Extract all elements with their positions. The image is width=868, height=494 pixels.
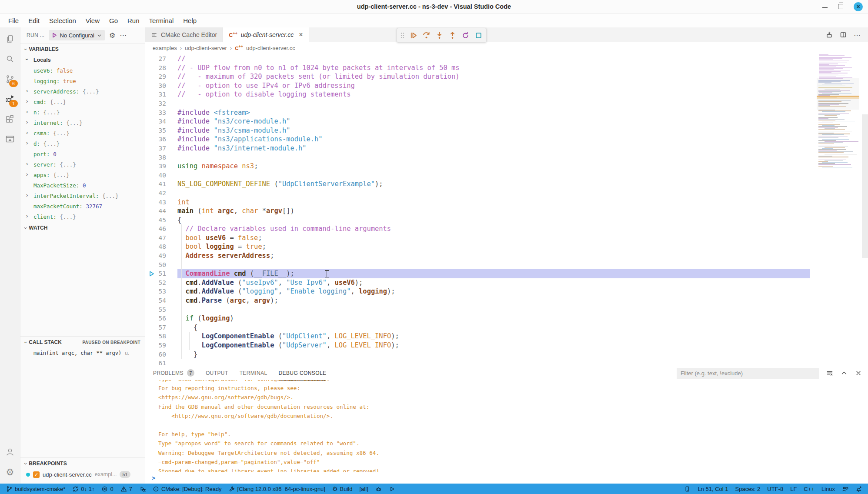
line-number[interactable]: 39	[145, 162, 166, 171]
line-number[interactable]: 59	[145, 341, 166, 350]
line-number[interactable]: 42	[145, 189, 166, 198]
close-button[interactable]: ×	[854, 2, 863, 11]
code-line[interactable]: 44main (int argc, char *argv[])	[145, 207, 868, 216]
line-number[interactable]: 48	[145, 242, 166, 251]
menu-terminal[interactable]: Terminal	[144, 13, 179, 27]
variable-useV6[interactable]: useV6: false	[20, 65, 145, 76]
code-line[interactable]: 29// - maximum of 320 packets sent (or l…	[145, 72, 868, 81]
line-number[interactable]: 46	[145, 224, 166, 234]
line-number[interactable]: 43	[145, 198, 166, 207]
drag-handle[interactable]	[401, 32, 404, 39]
line-number[interactable]: 44	[145, 207, 166, 216]
line-number[interactable]: 52	[145, 278, 166, 287]
activity-item-run-and-debug[interactable]: 1	[0, 89, 20, 109]
activity-item-extensions[interactable]	[0, 109, 20, 129]
line-number[interactable]: 33	[145, 108, 166, 117]
more-actions-icon[interactable]: ⋯	[120, 31, 127, 40]
line-number[interactable]: 38	[145, 153, 166, 162]
code-line[interactable]: 50	[145, 260, 868, 270]
activity-item-remote-explorer[interactable]	[0, 129, 20, 149]
tab-problems[interactable]: PROBLEMS 7	[153, 366, 194, 381]
line-number[interactable]: 34	[145, 117, 166, 126]
menu-run[interactable]: Run	[123, 13, 144, 27]
restart-button[interactable]	[461, 31, 470, 40]
variable-csma[interactable]: ›csma: {...}	[20, 128, 145, 138]
status-warnings[interactable]: 7	[117, 484, 136, 494]
code-line[interactable]: 32	[145, 99, 868, 108]
code-editor[interactable]: 27//28// - UDP flow from n0 to n1 of 102…	[145, 53, 868, 366]
line-number[interactable]: 29	[145, 72, 166, 81]
code-line[interactable]: 30// - option to use IPv4 or IPv6 addres…	[145, 81, 868, 90]
line-number[interactable]: 61	[145, 359, 166, 366]
watch-section-header[interactable]: › WATCH	[20, 222, 145, 234]
code-line[interactable]: 28// - UDP flow from n0 to n1 of 1024 by…	[145, 63, 868, 73]
code-line[interactable]: 57 {	[145, 323, 868, 332]
menu-help[interactable]: Help	[178, 13, 201, 27]
line-number[interactable]: 32	[145, 99, 166, 108]
activity-item-source-control[interactable]: 6	[0, 69, 20, 89]
run-or-debug-ic[interactable]	[826, 31, 833, 38]
line-number[interactable]: 54	[145, 296, 166, 305]
scrollbar-thumb[interactable]	[862, 114, 868, 258]
line-number[interactable]: 49	[145, 251, 166, 260]
code-line[interactable]: 58 LogComponentEnable ("UdpClient", LOG_…	[145, 332, 868, 341]
variable-port[interactable]: port: 0	[20, 149, 145, 159]
minimap[interactable]	[817, 54, 859, 174]
code-line[interactable]: 48 bool logging = true;	[145, 242, 868, 251]
maximize-button[interactable]	[838, 4, 843, 9]
editor-scrollbar[interactable]	[862, 53, 868, 366]
code-line[interactable]: 39using namespace ns3;	[145, 162, 868, 171]
status-encoding[interactable]: UTF-8	[764, 484, 787, 494]
code-line[interactable]: 49 Address serverAddress;	[145, 251, 868, 260]
code-line[interactable]: 47 bool useV6 = false;	[145, 234, 868, 243]
line-number[interactable]: 50	[145, 260, 166, 270]
tab-output[interactable]: OUTPUT	[206, 366, 228, 381]
variable-maxPacketCount[interactable]: maxPacketCount: 32767	[20, 201, 145, 211]
status-cursor-position[interactable]: Ln 51, Col 1	[694, 484, 731, 494]
variable-n[interactable]: ›n: {...}	[20, 107, 145, 117]
console-filter-input[interactable]	[677, 368, 819, 379]
step-into-button[interactable]	[435, 31, 444, 40]
code-line[interactable]: 54 cmd.Parse (argc, argv);	[145, 296, 868, 305]
status-feedback[interactable]	[838, 484, 852, 494]
code-line[interactable]: 31// - option to disable logging stateme…	[145, 90, 868, 99]
menu-view[interactable]: View	[81, 13, 104, 27]
code-line[interactable]: 60 }	[145, 350, 868, 359]
more-actions-icon[interactable]: ⋯	[854, 31, 861, 39]
gear-icon[interactable]: ⚙	[109, 31, 115, 40]
variables-scope[interactable]: ›Locals	[20, 55, 145, 65]
line-number[interactable]: 55	[145, 305, 166, 314]
close-panel-icon[interactable]	[855, 370, 862, 377]
status-cmake-status[interactable]: CMake: [Debug]: Ready	[149, 484, 225, 494]
line-number[interactable]: 41	[145, 180, 166, 189]
debug-config-dropdown[interactable]: No Configural	[49, 30, 105, 40]
code-line[interactable]: 40	[145, 171, 868, 180]
line-number[interactable]: 45	[145, 216, 166, 225]
code-line[interactable]: 56 if (logging)	[145, 314, 868, 323]
tab-cmake-cache-editor[interactable]: CMake Cache Editor	[145, 27, 223, 42]
variables-section-header[interactable]: › VARIABLES	[20, 43, 145, 55]
line-number[interactable]: 56	[145, 314, 166, 323]
activity-item-account[interactable]	[0, 442, 20, 462]
line-number[interactable]: 60	[145, 350, 166, 359]
line-number[interactable]: 53	[145, 287, 166, 296]
variable-MaxPacketSize[interactable]: MaxPacketSize: 0	[20, 180, 145, 190]
split-editor-icon[interactable]	[840, 31, 847, 38]
start-debug-icon[interactable]	[52, 33, 57, 38]
code-line[interactable]: 53 cmd.AddValue ("logging", "Enable logg…	[145, 287, 868, 296]
status-platform[interactable]: Linux	[818, 484, 838, 494]
status-debug-indicator[interactable]	[136, 484, 149, 494]
status-launch-target[interactable]	[385, 484, 399, 494]
tab-udp-client-server[interactable]: C++ udp-client-server.cc ×	[223, 27, 309, 42]
activity-item-search[interactable]	[0, 49, 20, 69]
status-notifications[interactable]	[852, 484, 865, 494]
step-out-button[interactable]	[448, 31, 457, 40]
breadcrumb-item[interactable]: udp-client-server.cc	[246, 45, 295, 51]
status-debug-target[interactable]	[372, 484, 385, 494]
line-number[interactable]: 58	[145, 332, 166, 341]
code-line[interactable]: 38	[145, 153, 868, 162]
line-number[interactable]: 28	[145, 63, 166, 73]
continue-button[interactable]	[409, 31, 417, 40]
tab-terminal[interactable]: TERMINAL	[240, 366, 267, 381]
code-line[interactable]: 34#include "ns3/core-module.h"	[145, 117, 868, 126]
